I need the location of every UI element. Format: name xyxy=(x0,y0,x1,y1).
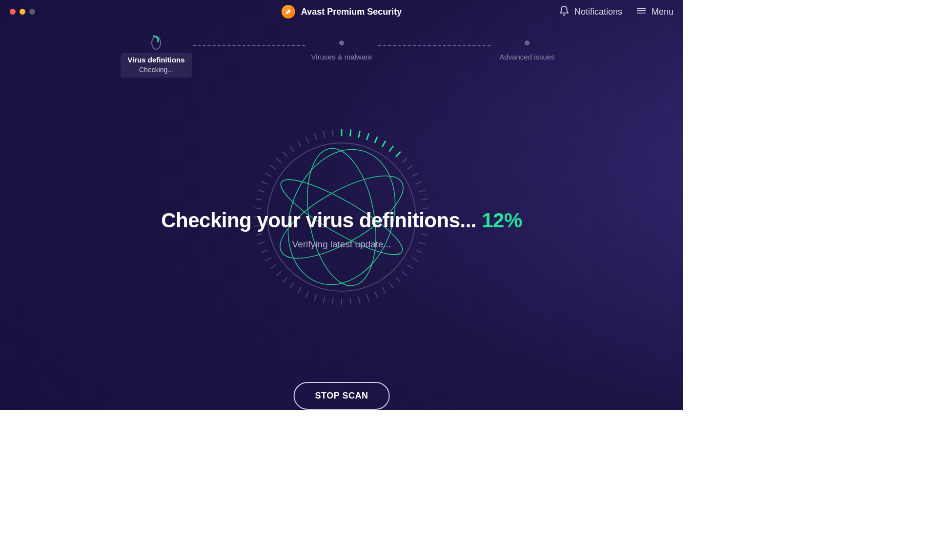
svg-line-56 xyxy=(276,158,282,163)
app-title: Avast Premium Security xyxy=(301,7,402,17)
svg-line-29 xyxy=(382,287,386,293)
svg-line-37 xyxy=(314,294,316,301)
svg-line-45 xyxy=(261,250,267,253)
step-title: Advanced issues xyxy=(499,53,554,61)
hamburger-icon xyxy=(636,5,647,19)
svg-line-51 xyxy=(255,199,262,200)
svg-line-7 xyxy=(367,134,368,140)
svg-line-36 xyxy=(323,297,325,303)
svg-line-55 xyxy=(270,165,276,169)
svg-line-53 xyxy=(261,181,267,184)
stop-scan-button[interactable]: STOP SCAN xyxy=(294,382,390,410)
svg-line-6 xyxy=(359,131,360,138)
svg-line-52 xyxy=(258,190,265,192)
scan-subtitle: Verifying latest update... xyxy=(122,239,561,250)
svg-line-61 xyxy=(314,134,316,140)
svg-line-62 xyxy=(323,131,325,138)
step-separator xyxy=(378,45,490,46)
svg-line-58 xyxy=(290,146,294,152)
svg-line-32 xyxy=(359,297,360,303)
svg-line-41 xyxy=(283,278,287,283)
step-subtitle: Checking... xyxy=(127,66,184,74)
svg-line-25 xyxy=(407,265,413,269)
svg-line-59 xyxy=(298,141,301,147)
scan-title: Checking your virus definitions... 12% xyxy=(122,209,561,232)
svg-line-5 xyxy=(350,130,350,137)
svg-line-24 xyxy=(412,258,418,261)
scan-percent: 12% xyxy=(482,209,522,232)
svg-line-40 xyxy=(290,283,294,289)
svg-line-44 xyxy=(265,258,271,261)
avast-logo-icon xyxy=(282,5,295,19)
step-dot-icon xyxy=(525,40,530,45)
window-minimize-button[interactable] xyxy=(20,9,25,15)
svg-line-8 xyxy=(375,137,378,143)
step-title: Viruses & malware xyxy=(311,53,372,61)
svg-line-23 xyxy=(416,250,422,253)
scan-steps: Virus definitions Checking... Viruses & … xyxy=(0,38,683,78)
step-separator xyxy=(193,45,305,46)
svg-line-31 xyxy=(367,294,368,301)
svg-line-63 xyxy=(332,130,333,137)
svg-line-10 xyxy=(389,146,393,152)
svg-line-17 xyxy=(421,199,428,200)
window-close-button[interactable] xyxy=(10,9,16,15)
svg-line-43 xyxy=(270,265,276,269)
svg-line-9 xyxy=(382,141,386,147)
svg-line-27 xyxy=(396,278,401,283)
svg-line-26 xyxy=(402,271,407,276)
svg-line-57 xyxy=(283,152,287,157)
bell-icon xyxy=(559,5,570,19)
svg-line-39 xyxy=(298,287,301,293)
svg-line-15 xyxy=(416,181,422,184)
titlebar: Avast Premium Security Notifications Men… xyxy=(0,0,683,23)
step-dot-icon xyxy=(339,40,344,45)
notifications-label: Notifications xyxy=(574,7,622,17)
svg-line-30 xyxy=(375,291,378,298)
window-zoom-button[interactable] xyxy=(29,9,35,15)
window-controls xyxy=(10,9,35,15)
menu-label: Menu xyxy=(652,7,673,17)
step-title: Virus definitions xyxy=(127,56,184,64)
progress-ring-icon xyxy=(151,36,161,50)
notifications-button[interactable]: Notifications xyxy=(559,5,622,19)
brand: Avast Premium Security xyxy=(282,5,402,19)
svg-line-14 xyxy=(412,173,418,177)
app-window: Avast Premium Security Notifications Men… xyxy=(0,0,683,410)
step-advanced-issues[interactable]: Advanced issues xyxy=(490,38,564,61)
svg-line-60 xyxy=(306,137,309,143)
step-virus-definitions[interactable]: Virus definitions Checking... xyxy=(120,38,193,78)
scan-title-text: Checking your virus definitions... xyxy=(161,209,482,232)
svg-line-33 xyxy=(350,298,350,305)
svg-line-38 xyxy=(306,291,309,298)
svg-line-28 xyxy=(389,283,393,289)
menu-button[interactable]: Menu xyxy=(636,5,673,19)
svg-line-42 xyxy=(276,271,282,276)
svg-line-12 xyxy=(402,158,407,163)
page-margin-bottom xyxy=(0,410,937,560)
svg-line-35 xyxy=(332,298,333,305)
svg-line-13 xyxy=(407,165,413,169)
svg-line-54 xyxy=(265,173,271,177)
header-actions: Notifications Menu xyxy=(559,5,673,19)
svg-line-11 xyxy=(396,152,401,157)
step-viruses-malware[interactable]: Viruses & malware xyxy=(305,38,378,61)
svg-line-16 xyxy=(419,190,426,192)
scan-status: Checking your virus definitions... 12% V… xyxy=(122,209,561,250)
